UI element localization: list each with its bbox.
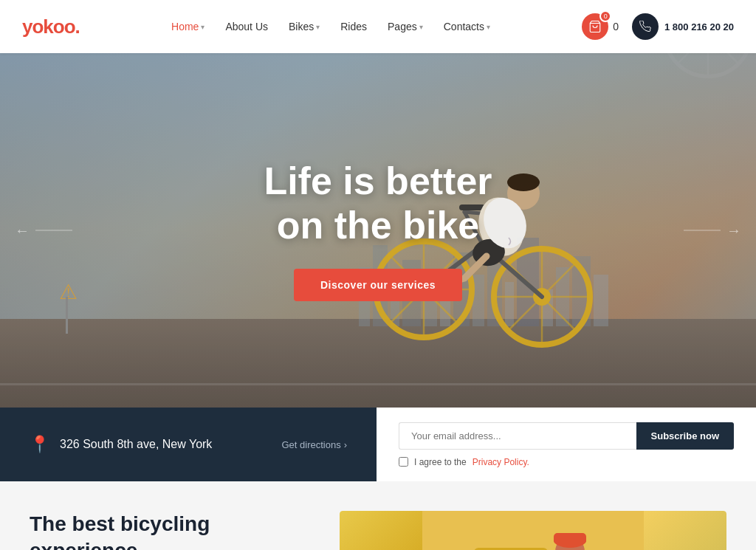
email-input[interactable] [399, 422, 636, 450]
header-right: 0 0 1 800 216 20 20 [582, 13, 734, 40]
phone-icon [639, 21, 651, 32]
privacy-text: I agree to the [414, 457, 467, 467]
logo[interactable]: yokoo. [22, 16, 80, 38]
privacy-checkbox[interactable] [399, 457, 408, 467]
hero-content: Life is better on the bike Discover our … [264, 159, 492, 301]
left-arrow-icon: ← [15, 222, 72, 239]
subscribe-form: Subscribe now I agree to the Privacy Pol… [399, 422, 734, 467]
phone-icon-wrap [632, 13, 659, 40]
sign-post [66, 297, 68, 334]
nav-item-bikes[interactable]: Bikes ▾ [289, 21, 320, 32]
nav-home-label: Home [171, 21, 199, 32]
get-directions-link[interactable]: Get directions [281, 439, 347, 450]
hero-prev-arrow[interactable]: ← [15, 222, 72, 239]
cart-icon [588, 20, 602, 33]
address-section: 📍 326 South 8th ave, New York Get direct… [0, 408, 377, 481]
bottom-image [340, 511, 726, 550]
logo-text: yokoo [22, 16, 75, 38]
hero-title-line2: on the bike [277, 204, 479, 247]
header: yokoo. Home ▾ About Us Bikes ▾ Rides Pag… [0, 0, 756, 53]
hero-next-arrow[interactable]: → [684, 222, 741, 239]
cart-icon-wrap: 0 [582, 13, 608, 40]
nav-contacts-label: Contacts [444, 21, 484, 32]
bottom-title-line1: The best bicycling [30, 512, 210, 535]
location-pin-icon: 📍 [30, 435, 49, 454]
discover-services-button[interactable]: Discover our services [294, 269, 462, 301]
svg-rect-35 [422, 511, 644, 550]
svg-point-23 [507, 173, 540, 191]
main-nav: Home ▾ About Us Bikes ▾ Rides Pages ▾ Co… [171, 21, 490, 32]
logo-dot: . [75, 16, 80, 38]
address-text: 326 South 8th ave, New York [60, 438, 212, 451]
bottom-title-line2: experience [30, 539, 137, 550]
chevron-down-icon: ▾ [316, 23, 320, 31]
hero-section: Life is better on the bike Discover our … [0, 53, 756, 408]
info-bar: 📍 326 South 8th ave, New York Get direct… [0, 408, 756, 481]
bottom-text: The best bicycling experience [30, 511, 310, 550]
bottom-title: The best bicycling experience [30, 511, 310, 550]
phone-number: 1 800 216 20 20 [664, 21, 734, 32]
hero-title-line1: Life is better [264, 159, 492, 202]
nav-rides-label: Rides [340, 21, 367, 32]
address-left: 📍 326 South 8th ave, New York [30, 435, 212, 454]
nav-item-rides[interactable]: Rides [340, 21, 367, 32]
arrow-right-icon: → [726, 222, 741, 239]
bottom-cyclist-image [340, 511, 726, 550]
nav-item-about[interactable]: About Us [225, 21, 268, 32]
arrow-left-icon: ← [15, 222, 30, 239]
arrow-line-decoration [684, 230, 721, 231]
right-arrow-icon: → [684, 222, 741, 239]
nav-item-pages[interactable]: Pages ▾ [388, 21, 423, 32]
subscribe-button[interactable]: Subscribe now [636, 422, 734, 450]
chevron-down-icon: ▾ [487, 23, 490, 31]
chevron-down-icon: ▾ [201, 23, 205, 31]
privacy-row: I agree to the Privacy Policy. [399, 457, 734, 467]
cart-badge-count: 0 [604, 13, 608, 20]
nav-pages-label: Pages [388, 21, 417, 32]
hero-title: Life is better on the bike [264, 159, 492, 248]
arrow-line-decoration [35, 230, 72, 231]
cart-button[interactable]: 0 0 [582, 13, 619, 40]
nav-item-home[interactable]: Home ▾ [171, 21, 205, 32]
nav-about-label: About Us [225, 21, 268, 32]
svg-rect-43 [554, 533, 586, 544]
privacy-policy-link[interactable]: Privacy Policy. [472, 457, 529, 467]
subscribe-section: Subscribe now I agree to the Privacy Pol… [377, 408, 756, 481]
cart-badge: 0 [599, 10, 611, 22]
bottom-image-placeholder [340, 511, 726, 550]
cart-count: 0 [613, 21, 619, 32]
nav-item-contacts[interactable]: Contacts ▾ [444, 21, 490, 32]
phone-button[interactable]: 1 800 216 20 20 [632, 13, 734, 40]
chevron-down-icon: ▾ [419, 23, 423, 31]
warning-sign-icon [59, 280, 78, 304]
bottom-section: The best bicycling experience [0, 481, 756, 550]
email-row: Subscribe now [399, 422, 734, 450]
nav-bikes-label: Bikes [289, 21, 314, 32]
